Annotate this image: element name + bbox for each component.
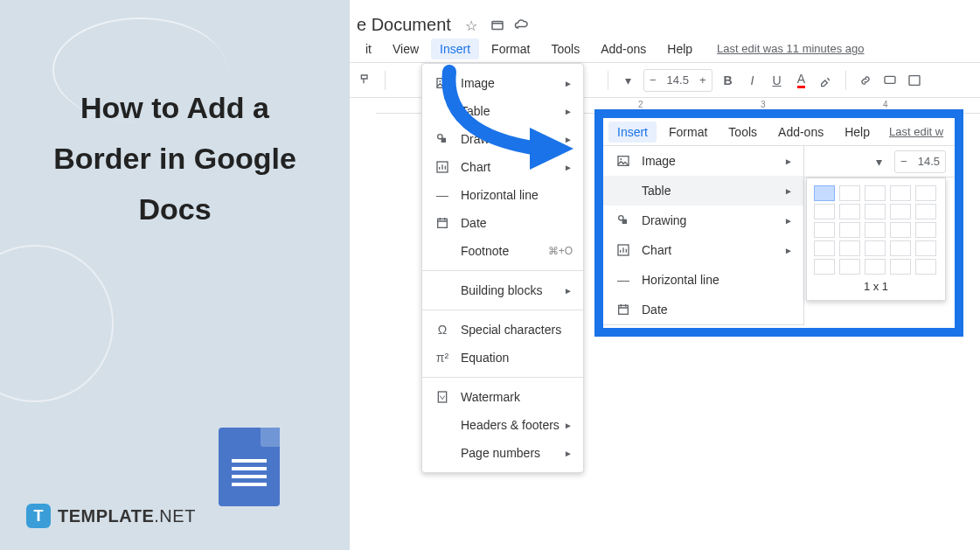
menu-tools[interactable]: Tools bbox=[719, 122, 766, 143]
table-cell[interactable] bbox=[814, 222, 835, 238]
table-cell[interactable] bbox=[890, 259, 911, 275]
table-cell[interactable] bbox=[915, 240, 936, 256]
doc-title[interactable]: e Document bbox=[357, 15, 451, 35]
dd-label: Chart bbox=[461, 160, 490, 174]
table-cell[interactable] bbox=[890, 240, 911, 256]
table-cell[interactable] bbox=[915, 185, 936, 201]
table-cell[interactable] bbox=[865, 240, 886, 256]
insert-footnote[interactable]: Footnote ⌘+O bbox=[422, 237, 583, 265]
cloud-icon[interactable] bbox=[514, 17, 530, 33]
font-size-control[interactable]: − 14.5 + bbox=[643, 69, 712, 92]
chevron-right-icon: ► bbox=[564, 286, 573, 296]
table-cell[interactable] bbox=[814, 204, 835, 219]
menu-tools[interactable]: Tools bbox=[542, 38, 588, 59]
font-size-value[interactable]: 14.5 bbox=[662, 73, 694, 87]
insert-special-chars[interactable]: Ω Special characters bbox=[422, 316, 583, 344]
svg-rect-9 bbox=[438, 392, 446, 402]
table-cell[interactable] bbox=[915, 222, 936, 238]
comment-icon[interactable] bbox=[881, 72, 899, 89]
menu-format[interactable]: Format bbox=[660, 122, 716, 143]
table-cell[interactable] bbox=[915, 204, 936, 219]
menu-help[interactable]: Help bbox=[658, 38, 701, 59]
menu-help[interactable]: Help bbox=[836, 122, 879, 143]
menu-insert[interactable]: Insert bbox=[608, 122, 657, 143]
insert-chart[interactable]: Chart ► bbox=[422, 153, 583, 181]
insert-table[interactable]: Table ► bbox=[422, 97, 583, 125]
bold-icon[interactable]: B bbox=[719, 72, 737, 89]
table-cell[interactable] bbox=[814, 240, 835, 256]
omega-icon: Ω bbox=[434, 322, 450, 338]
font-size-control[interactable]: − 14.5 bbox=[894, 150, 946, 173]
italic-icon[interactable]: I bbox=[744, 72, 761, 89]
insert-headers-footers[interactable]: Headers & footers ► bbox=[422, 411, 583, 439]
insert-hline[interactable]: — Horizontal line bbox=[422, 181, 583, 209]
last-edit-text[interactable]: Last edit was 11 minutes ago bbox=[717, 42, 864, 55]
menu-view[interactable]: View bbox=[384, 38, 427, 59]
insert-date[interactable]: Date bbox=[603, 295, 803, 324]
menu-insert[interactable]: Insert bbox=[431, 38, 479, 59]
table-cell[interactable] bbox=[839, 185, 860, 201]
dropdown-icon[interactable]: ▾ bbox=[619, 72, 636, 89]
plus-icon[interactable]: + bbox=[694, 73, 712, 87]
doc-header: e Document ☆ bbox=[350, 0, 980, 35]
separator bbox=[422, 310, 583, 310]
svg-point-4 bbox=[439, 80, 441, 82]
text-color-icon[interactable]: A bbox=[793, 72, 810, 89]
minus-icon[interactable]: − bbox=[895, 155, 913, 168]
link-icon[interactable] bbox=[857, 72, 874, 89]
table-cell[interactable] bbox=[890, 185, 911, 201]
menu-format[interactable]: Format bbox=[483, 38, 539, 59]
table-callout: Insert Format Tools Add-ons Help Last ed… bbox=[594, 109, 963, 337]
chevron-right-icon: ► bbox=[784, 216, 793, 226]
table-cell[interactable] bbox=[814, 185, 835, 201]
docs-screenshot: e Document ☆ it View Insert Format Tools… bbox=[350, 0, 980, 550]
menu-edit[interactable]: it bbox=[357, 38, 380, 59]
insert-drawing[interactable]: Drawing ► bbox=[422, 125, 583, 153]
dd-label: Equation bbox=[461, 351, 509, 365]
table-cell[interactable] bbox=[865, 204, 886, 219]
last-edit-text[interactable]: Last edit w bbox=[889, 125, 943, 138]
insert-building-blocks[interactable]: Building blocks ► bbox=[422, 276, 583, 304]
star-icon[interactable]: ☆ bbox=[465, 17, 481, 33]
chart-icon bbox=[434, 159, 450, 175]
table-cell[interactable] bbox=[915, 259, 936, 275]
font-size-value[interactable]: 14.5 bbox=[913, 155, 945, 168]
chevron-right-icon: ► bbox=[564, 449, 573, 458]
insert-equation[interactable]: π² Equation bbox=[422, 344, 583, 372]
insert-hline[interactable]: — Horizontal line bbox=[603, 265, 803, 295]
highlight-icon[interactable] bbox=[817, 72, 835, 89]
dropdown-icon[interactable]: ▾ bbox=[870, 153, 887, 171]
table-cell[interactable] bbox=[865, 222, 886, 238]
chevron-right-icon: ► bbox=[564, 163, 573, 172]
menu-addons[interactable]: Add-ons bbox=[592, 38, 655, 59]
brand-logo: T TEMPLATE.NET bbox=[26, 504, 196, 528]
table-cell[interactable] bbox=[839, 222, 860, 238]
table-cell[interactable] bbox=[890, 222, 911, 238]
image-icon bbox=[434, 75, 450, 91]
insert-image[interactable]: Image ► bbox=[603, 146, 803, 176]
insert-chart[interactable]: Chart ► bbox=[603, 235, 803, 265]
insert-date[interactable]: Date bbox=[422, 209, 583, 237]
menu-addons[interactable]: Add-ons bbox=[769, 122, 832, 143]
table-cell[interactable] bbox=[865, 185, 886, 201]
underline-icon[interactable]: U bbox=[768, 72, 786, 89]
table-cell[interactable] bbox=[839, 259, 860, 275]
table-cell[interactable] bbox=[890, 204, 911, 219]
table-cell[interactable] bbox=[814, 259, 835, 275]
table-cell[interactable] bbox=[839, 240, 860, 256]
insert-page-numbers[interactable]: Page numbers ► bbox=[422, 439, 583, 467]
chevron-right-icon: ► bbox=[784, 246, 793, 255]
image-icon[interactable] bbox=[906, 72, 923, 89]
dd-label: Special characters bbox=[461, 323, 561, 337]
shortcut-text: ⌘+O bbox=[548, 245, 573, 257]
paint-format-icon[interactable] bbox=[357, 72, 374, 89]
insert-table[interactable]: Table ► bbox=[603, 176, 803, 205]
table-size-picker[interactable]: 1 x 1 bbox=[806, 178, 946, 301]
move-icon[interactable] bbox=[490, 17, 505, 33]
insert-drawing[interactable]: Drawing ► bbox=[603, 205, 803, 235]
minus-icon[interactable]: − bbox=[644, 73, 662, 87]
insert-image[interactable]: Image ► bbox=[422, 69, 583, 97]
table-cell[interactable] bbox=[865, 259, 886, 275]
insert-watermark[interactable]: Watermark bbox=[422, 383, 583, 411]
table-cell[interactable] bbox=[839, 204, 860, 219]
